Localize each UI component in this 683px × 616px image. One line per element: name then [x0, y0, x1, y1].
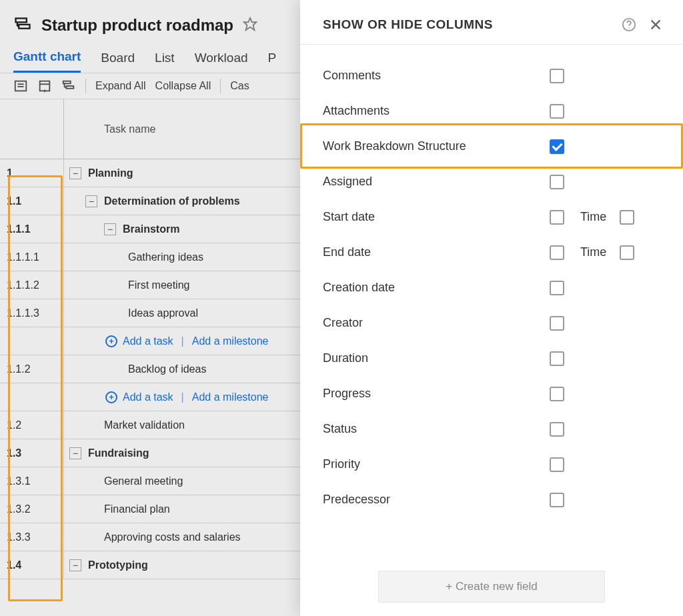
wbs-cell: 1.1.2 — [0, 355, 64, 383]
project-title: Startup product roadmap — [41, 16, 233, 35]
column-option-checkbox[interactable] — [550, 316, 564, 331]
add-milestone-link[interactable]: Add a milestone — [192, 391, 269, 403]
wbs-cell: 1.3 — [0, 439, 64, 467]
columns-icon[interactable] — [13, 79, 28, 93]
task-name-label: Approving costs and salaries — [104, 531, 241, 543]
svg-point-16 — [628, 27, 629, 28]
task-name-label: Planning — [88, 167, 133, 179]
column-option-label: Work Breakdown Structure — [323, 139, 550, 153]
column-option-checkbox[interactable] — [550, 69, 564, 83]
svg-rect-11 — [63, 81, 71, 84]
wbs-cell: 1.2 — [0, 411, 64, 439]
column-option-label: Start date — [323, 210, 550, 224]
task-name-label: Fundraising — [88, 447, 149, 459]
help-icon[interactable] — [622, 17, 636, 32]
tab-people[interactable]: P — [268, 44, 277, 72]
panel-title: SHOW OR HIDE COLUMNS — [323, 17, 493, 32]
column-option-label: Predecessor — [323, 493, 550, 507]
column-option-checkbox[interactable] — [550, 422, 564, 437]
task-name-label: General meeting — [104, 475, 183, 487]
tab-list[interactable]: List — [155, 44, 175, 72]
task-name-label: Financial plan — [104, 503, 170, 515]
column-option-row: Status — [300, 411, 683, 447]
create-new-field-button[interactable]: + Create new field — [378, 571, 605, 603]
column-option-row: Creator — [300, 305, 683, 341]
wbs-cell: 1.1.1 — [0, 215, 64, 243]
wbs-cell: 1.4 — [0, 551, 64, 579]
collapse-button[interactable]: − — [69, 447, 81, 459]
tab-workload[interactable]: Workload — [195, 44, 248, 72]
collapse-all-button[interactable]: Collapse All — [155, 80, 211, 92]
column-option-checkbox[interactable] — [550, 104, 564, 119]
column-option-checkbox[interactable] — [550, 493, 564, 507]
wbs-cell: 1 — [0, 159, 64, 187]
column-option-label: Progress — [323, 387, 550, 401]
favorite-button[interactable] — [243, 17, 257, 34]
column-option-label: Status — [323, 422, 550, 436]
toolbar-divider — [220, 79, 221, 93]
column-option-row: End dateTime — [300, 235, 683, 270]
column-option-label: Comments — [323, 69, 550, 83]
svg-rect-12 — [66, 86, 73, 89]
tab-board[interactable]: Board — [101, 44, 135, 72]
column-option-row: Progress — [300, 376, 683, 411]
plus-icon: + — [105, 335, 117, 347]
task-name-label: Ideas approval — [128, 307, 198, 319]
toolbar-divider — [85, 79, 86, 93]
column-option-row: Duration — [300, 341, 683, 376]
wbs-cell: 1.1 — [0, 187, 64, 215]
close-icon[interactable] — [648, 17, 663, 32]
column-option-checkbox[interactable] — [550, 351, 564, 366]
time-label: Time — [580, 210, 606, 224]
column-option-checkbox[interactable] — [550, 387, 564, 401]
column-option-label: Attachments — [323, 104, 550, 118]
column-option-label: Duration — [323, 351, 550, 365]
baseline-icon[interactable] — [37, 79, 52, 93]
task-name-label: Gathering ideas — [128, 251, 203, 263]
tab-gantt-chart[interactable]: Gantt chart — [13, 43, 81, 73]
wbs-cell: 1.1.1.1 — [0, 243, 64, 271]
add-milestone-link[interactable]: Add a milestone — [192, 335, 269, 347]
columns-panel: SHOW OR HIDE COLUMNS CommentsAttachments… — [300, 0, 683, 616]
wbs-cell: 1.3.3 — [0, 523, 64, 551]
time-checkbox[interactable] — [620, 245, 634, 260]
column-option-label: Creator — [323, 316, 550, 330]
column-option-checkbox[interactable] — [550, 281, 564, 295]
svg-rect-1 — [19, 25, 29, 29]
wbs-cell: 1.1.1.3 — [0, 299, 64, 327]
add-task-link[interactable]: Add a task — [123, 335, 173, 347]
column-option-label: End date — [323, 245, 550, 259]
cascade-button[interactable]: Cas — [230, 80, 249, 92]
wbs-cell: 1.3.2 — [0, 495, 64, 523]
task-name-label: Prototyping — [88, 559, 148, 571]
plus-icon: + — [105, 391, 117, 403]
wbs-cell: 1.1.1.2 — [0, 271, 64, 299]
panel-header: SHOW OR HIDE COLUMNS — [300, 0, 683, 45]
column-option-checkbox[interactable] — [550, 175, 564, 189]
task-name-label: Brainstorm — [123, 223, 179, 235]
column-option-checkbox[interactable] — [550, 210, 564, 225]
wbs-cell — [0, 383, 64, 411]
column-option-label: Creation date — [323, 281, 550, 295]
hierarchy-icon[interactable] — [61, 79, 76, 93]
svg-rect-8 — [40, 81, 50, 91]
collapse-button[interactable]: − — [69, 559, 81, 571]
expand-all-button[interactable]: Expand All — [95, 80, 146, 92]
task-name-label: Determination of problems — [104, 195, 240, 207]
collapse-button[interactable]: − — [85, 195, 97, 207]
column-option-checkbox[interactable] — [550, 245, 564, 260]
wbs-column-header — [0, 99, 64, 159]
task-name-label: Market validation — [104, 419, 185, 431]
column-option-checkbox[interactable] — [550, 457, 564, 472]
column-option-checkbox[interactable] — [550, 139, 564, 154]
column-option-row: Start dateTime — [300, 199, 683, 235]
panel-footer: + Create new field — [300, 563, 683, 616]
add-task-link[interactable]: Add a task — [123, 391, 173, 403]
column-option-row: Creation date — [300, 270, 683, 305]
collapse-button[interactable]: − — [104, 223, 116, 235]
column-option-row: Comments — [300, 58, 683, 93]
collapse-button[interactable]: − — [69, 167, 81, 179]
column-option-label: Assigned — [323, 175, 550, 189]
svg-marker-4 — [244, 18, 256, 30]
time-checkbox[interactable] — [620, 210, 634, 225]
